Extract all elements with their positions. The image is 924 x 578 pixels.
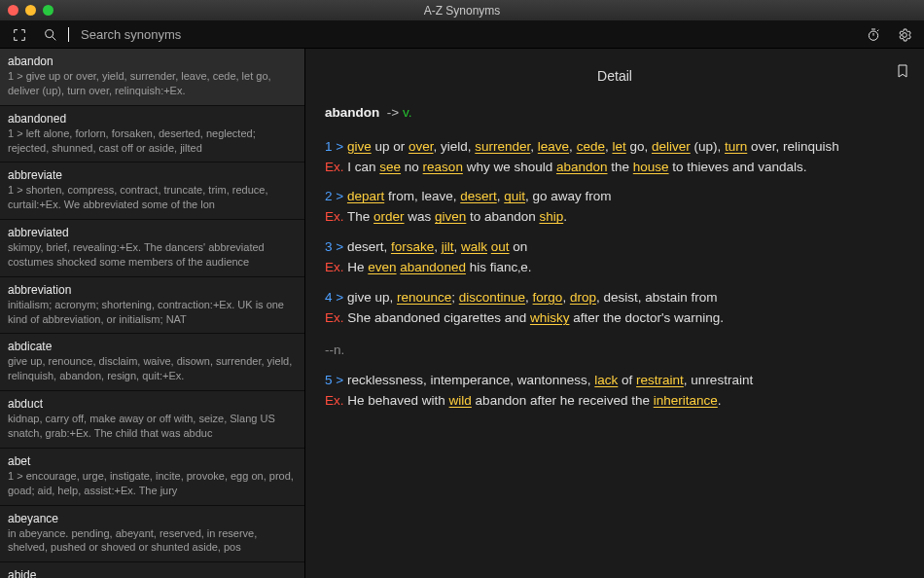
sense-block: 1 > give up or over, yield, surrender, l… bbox=[325, 137, 870, 178]
synonym-link[interactable]: abandon bbox=[556, 160, 608, 174]
sense-block: 2 > depart from, leave, desert, quit, go… bbox=[325, 187, 870, 228]
toolbar bbox=[0, 21, 924, 49]
synonym-link[interactable]: over bbox=[409, 139, 434, 154]
sense-number: 5 > bbox=[325, 373, 347, 387]
synonym-link[interactable]: desert bbox=[460, 189, 497, 203]
sidebar-entry[interactable]: abbreviate1 > shorten, compress, contrac… bbox=[0, 163, 304, 220]
sense-block: 4 > give up, renounce; discontinue, forg… bbox=[325, 288, 870, 329]
entry-term: abdicate bbox=[8, 340, 297, 353]
sense-line: 1 > give up or over, yield, surrender, l… bbox=[325, 137, 870, 158]
synonym-link[interactable]: see bbox=[379, 160, 401, 174]
entry-term: abide bbox=[8, 568, 297, 578]
sidebar-entry[interactable]: abandoned1 > left alone, forlorn, forsak… bbox=[0, 106, 304, 163]
main-content: abandon1 > give up or over, yield, surre… bbox=[0, 49, 924, 578]
example-label: Ex. bbox=[325, 160, 347, 174]
sidebar-entry[interactable]: abductkidnap, carry off, make away or of… bbox=[0, 391, 304, 449]
search-input[interactable] bbox=[81, 27, 295, 42]
pos-arrow: -> bbox=[387, 105, 399, 120]
synonym-link[interactable]: drop bbox=[570, 290, 596, 305]
sense-line: 5 > recklessness, intemperance, wantonne… bbox=[325, 371, 870, 391]
fullscreen-button[interactable] bbox=[10, 25, 29, 45]
entry-definition: 1 > left alone, forlorn, forsaken, deser… bbox=[8, 126, 297, 156]
sense-line: 2 > depart from, leave, desert, quit, go… bbox=[325, 187, 870, 207]
synonym-link[interactable]: restraint bbox=[636, 373, 684, 387]
synonym-link[interactable]: quit bbox=[504, 189, 525, 203]
synonym-link[interactable]: give bbox=[347, 139, 372, 154]
example-line: Ex. She abandoned cigarettes and whisky … bbox=[325, 308, 870, 329]
synonym-link[interactable]: whisky bbox=[530, 310, 570, 325]
synonym-link[interactable]: house bbox=[633, 160, 669, 174]
sidebar-entry[interactable]: abdicategive up, renounce, disclaim, wai… bbox=[0, 334, 304, 391]
entry-definition: give up, renounce, disclaim, waive, diso… bbox=[8, 354, 297, 383]
entry-term: abbreviated bbox=[8, 226, 297, 239]
sense-line: 3 > desert, forsake, jilt, walk out on bbox=[325, 237, 870, 258]
entry-term: abandon bbox=[8, 54, 297, 68]
synonym-link[interactable]: ship bbox=[539, 209, 563, 224]
synonym-link[interactable]: discontinue bbox=[459, 290, 525, 305]
svg-point-0 bbox=[46, 29, 53, 37]
synonym-link[interactable]: renounce bbox=[397, 290, 451, 305]
synonym-link[interactable]: reason bbox=[423, 160, 463, 174]
sidebar-entry[interactable]: abeyancein abeyance. pending, abeyant, r… bbox=[0, 506, 304, 563]
sidebar-list[interactable]: abandon1 > give up or over, yield, surre… bbox=[0, 49, 305, 578]
headword-line: abandon -> v. bbox=[325, 103, 905, 124]
bookmark-button[interactable] bbox=[895, 62, 910, 87]
detail-header: Detail bbox=[325, 66, 905, 88]
synonym-link[interactable]: turn bbox=[725, 139, 747, 154]
synonym-link[interactable]: given bbox=[435, 209, 466, 224]
synonym-link[interactable]: even bbox=[368, 260, 396, 274]
entry-definition: 1 > shorten, compress, contract, truncat… bbox=[8, 183, 297, 212]
sidebar-entry[interactable]: abandon1 > give up or over, yield, surre… bbox=[0, 49, 304, 106]
search-icon bbox=[41, 25, 60, 45]
sidebar-entry[interactable]: abbreviatedskimpy, brief, revealing:+Ex.… bbox=[0, 220, 304, 277]
synonym-link[interactable]: walk bbox=[461, 239, 487, 254]
synonym-link[interactable]: lack bbox=[594, 373, 618, 387]
example-label: Ex. bbox=[325, 209, 347, 224]
example-label: Ex. bbox=[325, 310, 347, 325]
example-line: Ex. He behaved with wild abandon after h… bbox=[325, 391, 870, 412]
window-titlebar: A-Z Synonyms bbox=[0, 0, 924, 21]
sense-number: 2 > bbox=[325, 189, 347, 203]
synonym-link[interactable]: order bbox=[373, 209, 405, 224]
noun-heading: --n. bbox=[325, 341, 870, 361]
example-label: Ex. bbox=[325, 260, 347, 274]
synonym-link[interactable]: cede bbox=[577, 139, 605, 154]
example-line: Ex. He even abandoned his fianc‚e. bbox=[325, 258, 870, 278]
synonym-link[interactable]: out bbox=[491, 239, 510, 254]
synonym-link[interactable]: deliver bbox=[652, 139, 691, 154]
part-of-speech: v. bbox=[403, 105, 412, 120]
synonym-link[interactable]: leave bbox=[538, 139, 569, 154]
synonym-link[interactable]: forsake bbox=[391, 239, 434, 254]
synonym-link[interactable]: forgo bbox=[533, 290, 563, 305]
timer-button[interactable] bbox=[864, 25, 883, 45]
text-cursor bbox=[68, 27, 69, 42]
sidebar-entry[interactable]: abide1 > stand, endure, suffer, submit t… bbox=[0, 562, 304, 578]
synonym-link[interactable]: abandoned bbox=[400, 260, 466, 274]
example-label: Ex. bbox=[325, 393, 347, 408]
sense-number: 1 > bbox=[325, 139, 347, 154]
sidebar-entry[interactable]: abbreviationinitialism; acronym; shorten… bbox=[0, 277, 304, 335]
detail-panel: Detail abandon -> v. 1 > give up or over… bbox=[305, 49, 924, 578]
synonym-link[interactable]: wild bbox=[449, 393, 472, 408]
entry-term: abeyance bbox=[8, 512, 297, 525]
synonym-link[interactable]: inheritance bbox=[654, 393, 718, 408]
synonym-link[interactable]: jilt bbox=[442, 239, 454, 254]
window-title: A-Z Synonyms bbox=[0, 4, 924, 18]
sense-block: 5 > recklessness, intemperance, wantonne… bbox=[325, 371, 870, 412]
settings-button[interactable] bbox=[895, 25, 914, 45]
entry-term: abet bbox=[8, 454, 297, 468]
sense-number: 4 > bbox=[325, 290, 347, 305]
entry-term: abbreviate bbox=[8, 168, 297, 182]
entry-definition: in abeyance. pending, abeyant, reserved,… bbox=[8, 526, 297, 556]
sense-number: 3 > bbox=[325, 239, 347, 254]
synonym-link[interactable]: surrender bbox=[475, 139, 530, 154]
entry-definition: 1 > give up or over, yield, surrender, l… bbox=[8, 69, 297, 98]
synonym-link[interactable]: let bbox=[612, 139, 625, 154]
senses-block: 1 > give up or over, yield, surrender, l… bbox=[325, 137, 870, 412]
synonym-link[interactable]: depart bbox=[347, 189, 384, 203]
entry-term: abbreviation bbox=[8, 283, 297, 297]
headword: abandon bbox=[325, 105, 379, 120]
sidebar-entry[interactable]: abet1 > encourage, urge, instigate, inci… bbox=[0, 449, 304, 506]
entry-term: abduct bbox=[8, 397, 297, 411]
example-line: Ex. The order was given to abandon ship. bbox=[325, 207, 870, 228]
